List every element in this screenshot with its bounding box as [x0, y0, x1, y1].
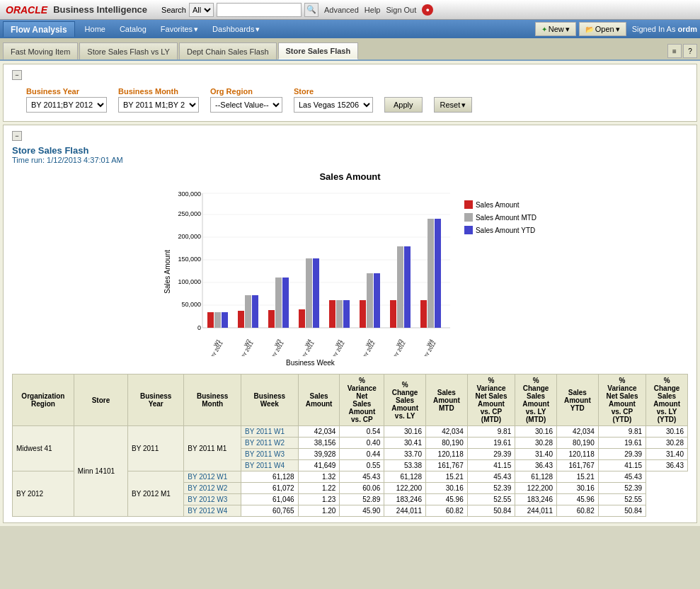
cell-org: Midwest 41	[13, 426, 74, 471]
search-label: Search	[161, 6, 186, 14]
cell-vnsa-cp: 1.23	[298, 494, 340, 505]
cell-vnsa-cp-mtd: 41.15	[467, 460, 515, 471]
cell-week: BY 2012 W4	[184, 505, 241, 517]
open-button[interactable]: 📂 Open ▾	[579, 22, 626, 36]
svg-rect-33	[313, 258, 319, 328]
advanced-link[interactable]: Advanced	[324, 6, 359, 14]
help-link[interactable]: Help	[365, 6, 381, 14]
svg-rect-16	[207, 312, 214, 328]
search-button[interactable]: 🔍	[304, 3, 319, 17]
y-axis-wrapper: Sales Amount	[163, 186, 171, 358]
nav-right: ✦ New ▾ 📂 Open ▾ Signed In As ordm	[535, 22, 697, 36]
flow-analysis-tab[interactable]: Flow Analysis	[3, 21, 75, 37]
cell-sa-ytd: 80,190	[556, 438, 598, 449]
cell-sa: 60,765	[241, 505, 299, 517]
business-month-label: Business Month	[118, 87, 199, 96]
cell-week: BY 2012 W3	[184, 494, 241, 505]
apply-button[interactable]: Apply	[384, 97, 423, 113]
cell-sa-ytd: 161,767	[556, 460, 598, 471]
tab-grid-icon[interactable]: ≡	[667, 44, 682, 58]
svg-rect-22	[245, 295, 251, 328]
search-input[interactable]	[217, 3, 302, 17]
signout-link[interactable]: Sign Out	[386, 6, 416, 14]
business-year-filter: Business Year BY 2011;BY 2012	[26, 87, 107, 113]
user-icon: ●	[422, 4, 433, 16]
cell-chg-ly: 45.90	[340, 505, 384, 517]
filter-collapse-button[interactable]: −	[12, 70, 22, 80]
report-collapse-row: −	[12, 131, 688, 141]
cell-vnsa-cp: 1.20	[298, 505, 340, 517]
chart-svg: 0 50,000 100,000 150,000 200,000	[174, 186, 457, 356]
cell-sa-mtd: 42,034	[425, 426, 467, 438]
svg-rect-26	[268, 310, 275, 328]
catalog-nav[interactable]: Catalog	[113, 20, 154, 38]
cell-chg-ly: 52.89	[340, 494, 384, 505]
th-year: BusinessYear	[128, 374, 184, 426]
legend-ytd-label: Sales Amount YTD	[476, 227, 535, 234]
business-year-select[interactable]: BY 2011;BY 2012	[26, 97, 107, 113]
org-region-select[interactable]: --Select Value--	[210, 97, 282, 113]
signed-in-label: Signed In As ordm	[632, 25, 697, 33]
cell-vnsa-cp-mtd: 19.61	[467, 438, 515, 449]
tab-dept-chain[interactable]: Dept Chain Sales Flash	[179, 42, 277, 59]
cell-vnsa-cp-mtd: 60.82	[425, 505, 467, 517]
cell-chg-ly-mtd: 30.16	[515, 426, 557, 438]
cell-chg-ly: 60.06	[340, 483, 384, 494]
svg-text:50,000: 50,000	[181, 301, 201, 308]
nav-bar: Flow Analysis Home Catalog Favorites ▾ D…	[0, 20, 700, 38]
legend-mtd-color	[464, 213, 473, 222]
cell-chg-ly-mtd: 52.39	[467, 483, 515, 494]
cell-sa: 41,649	[298, 460, 340, 471]
cell-chg-ly: 30.16	[384, 426, 426, 438]
dashboards-nav[interactable]: Dashboards ▾	[205, 20, 267, 38]
cell-vnsa-cp-ytd: 9.81	[598, 426, 646, 438]
tab-fast-moving[interactable]: Fast Moving Item	[3, 42, 78, 59]
cell-chg-ly-ytd: 52.55	[598, 494, 646, 505]
favorites-nav[interactable]: Favorites ▾	[154, 20, 205, 38]
cell-sa-mtd: 61,128	[384, 471, 426, 483]
chart-title: Sales Amount	[163, 171, 537, 182]
reset-button[interactable]: Reset ▾	[434, 97, 473, 113]
svg-rect-47	[397, 246, 403, 328]
chart-with-axes: Sales Amount 0 50,000	[163, 186, 457, 367]
cell-chg-ly: 53.38	[384, 460, 426, 471]
tab-help-icon[interactable]: ?	[683, 44, 697, 58]
th-month: BusinessMonth	[184, 374, 241, 426]
svg-text:150,000: 150,000	[178, 256, 201, 263]
cell-vnsa-cp: 0.44	[340, 449, 384, 460]
new-button[interactable]: ✦ New ▾	[535, 22, 576, 36]
top-actions: Advanced Help Sign Out ●	[324, 4, 433, 16]
th-store: Store	[74, 374, 127, 426]
chart-container: Sales Amount Sales Amount	[12, 171, 688, 367]
home-nav[interactable]: Home	[78, 20, 113, 38]
cell-week: BY 2011 W3	[241, 449, 299, 460]
cell-vnsa-cp: 0.55	[340, 460, 384, 471]
cell-chg-ly-ytd: 30.28	[646, 438, 688, 449]
cell-week: BY 2011 W2	[241, 438, 299, 449]
cell-chg-ly-mtd: 45.43	[467, 471, 515, 483]
cell-vnsa-cp-mtd: 9.81	[467, 426, 515, 438]
th-sa-mtd: SalesAmountMTD	[425, 374, 467, 426]
report-collapse-button[interactable]: −	[12, 131, 22, 141]
legend-ytd-color	[464, 226, 473, 234]
cell-chg-ly-mtd: 36.43	[515, 460, 557, 471]
chart-inner: Sales Amount Sales Amount	[163, 171, 537, 367]
cell-week: BY 2011 W4	[241, 460, 299, 471]
top-header: ORACLE Business Intelligence Search All …	[0, 0, 700, 20]
cell-vnsa-cp-ytd: 41.15	[598, 460, 646, 471]
svg-text:0: 0	[197, 324, 201, 331]
legend-sa-color	[464, 200, 473, 209]
store-select[interactable]: Las Vegas 15206	[294, 97, 373, 113]
cell-month: BY 2011 M1	[184, 426, 241, 471]
cell-vnsa-cp-mtd: 15.21	[425, 471, 467, 483]
tab-store-sales-flash[interactable]: Store Sales Flash	[278, 42, 359, 59]
tab-store-sales-vs-ly[interactable]: Store Sales Flash vs LY	[79, 42, 178, 59]
store-label: Store	[294, 87, 373, 96]
report-section: − Store Sales Flash Time run: 1/12/2013 …	[3, 125, 697, 523]
cell-vnsa-cp-mtd: 30.16	[425, 483, 467, 494]
tab-bar: Fast Moving Item Store Sales Flash vs LY…	[0, 38, 700, 61]
cell-vnsa-cp: 0.54	[340, 426, 384, 438]
cell-sa-ytd: 120,118	[556, 449, 598, 460]
business-month-select[interactable]: BY 2011 M1;BY 2	[118, 97, 199, 113]
search-scope-select[interactable]: All	[189, 3, 214, 17]
